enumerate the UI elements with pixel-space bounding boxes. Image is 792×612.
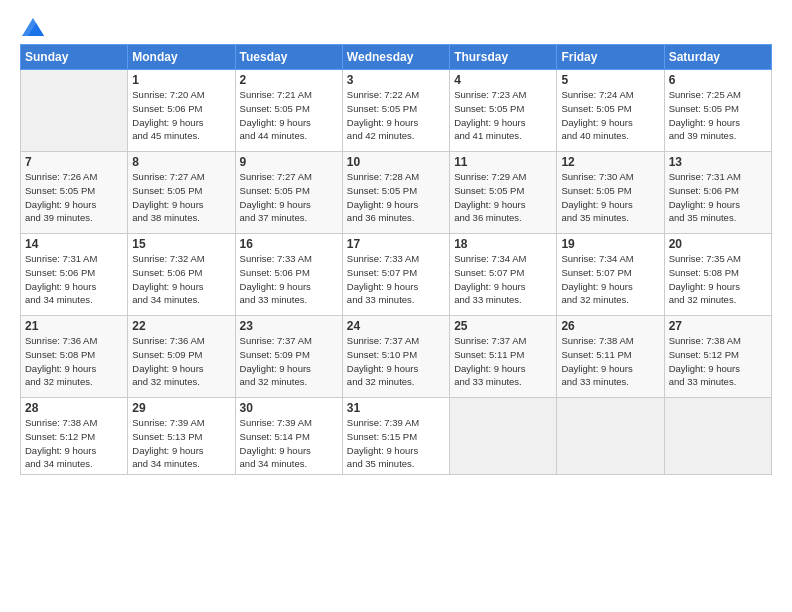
table-row: 21Sunrise: 7:36 AMSunset: 5:08 PMDayligh… xyxy=(21,316,128,398)
day-number: 17 xyxy=(347,237,445,251)
table-row: 8Sunrise: 7:27 AMSunset: 5:05 PMDaylight… xyxy=(128,152,235,234)
day-info: Sunrise: 7:39 AMSunset: 5:14 PMDaylight:… xyxy=(240,416,338,471)
table-row: 28Sunrise: 7:38 AMSunset: 5:12 PMDayligh… xyxy=(21,398,128,475)
day-number: 15 xyxy=(132,237,230,251)
day-number: 26 xyxy=(561,319,659,333)
day-info: Sunrise: 7:32 AMSunset: 5:06 PMDaylight:… xyxy=(132,252,230,307)
day-number: 22 xyxy=(132,319,230,333)
day-info: Sunrise: 7:34 AMSunset: 5:07 PMDaylight:… xyxy=(454,252,552,307)
day-info: Sunrise: 7:27 AMSunset: 5:05 PMDaylight:… xyxy=(132,170,230,225)
table-row: 16Sunrise: 7:33 AMSunset: 5:06 PMDayligh… xyxy=(235,234,342,316)
day-number: 29 xyxy=(132,401,230,415)
col-wednesday: Wednesday xyxy=(342,45,449,70)
day-number: 12 xyxy=(561,155,659,169)
day-info: Sunrise: 7:36 AMSunset: 5:08 PMDaylight:… xyxy=(25,334,123,389)
day-number: 14 xyxy=(25,237,123,251)
table-row: 11Sunrise: 7:29 AMSunset: 5:05 PMDayligh… xyxy=(450,152,557,234)
col-tuesday: Tuesday xyxy=(235,45,342,70)
day-number: 10 xyxy=(347,155,445,169)
table-row: 29Sunrise: 7:39 AMSunset: 5:13 PMDayligh… xyxy=(128,398,235,475)
day-number: 2 xyxy=(240,73,338,87)
day-info: Sunrise: 7:33 AMSunset: 5:06 PMDaylight:… xyxy=(240,252,338,307)
table-row: 4Sunrise: 7:23 AMSunset: 5:05 PMDaylight… xyxy=(450,70,557,152)
day-number: 28 xyxy=(25,401,123,415)
logo-icon xyxy=(22,18,44,36)
day-info: Sunrise: 7:27 AMSunset: 5:05 PMDaylight:… xyxy=(240,170,338,225)
day-info: Sunrise: 7:38 AMSunset: 5:11 PMDaylight:… xyxy=(561,334,659,389)
day-number: 18 xyxy=(454,237,552,251)
day-number: 7 xyxy=(25,155,123,169)
table-row xyxy=(664,398,771,475)
table-row: 19Sunrise: 7:34 AMSunset: 5:07 PMDayligh… xyxy=(557,234,664,316)
day-info: Sunrise: 7:39 AMSunset: 5:13 PMDaylight:… xyxy=(132,416,230,471)
table-row xyxy=(557,398,664,475)
table-row: 25Sunrise: 7:37 AMSunset: 5:11 PMDayligh… xyxy=(450,316,557,398)
day-info: Sunrise: 7:33 AMSunset: 5:07 PMDaylight:… xyxy=(347,252,445,307)
table-row: 17Sunrise: 7:33 AMSunset: 5:07 PMDayligh… xyxy=(342,234,449,316)
table-row: 18Sunrise: 7:34 AMSunset: 5:07 PMDayligh… xyxy=(450,234,557,316)
day-number: 5 xyxy=(561,73,659,87)
day-info: Sunrise: 7:28 AMSunset: 5:05 PMDaylight:… xyxy=(347,170,445,225)
day-info: Sunrise: 7:38 AMSunset: 5:12 PMDaylight:… xyxy=(669,334,767,389)
table-row: 12Sunrise: 7:30 AMSunset: 5:05 PMDayligh… xyxy=(557,152,664,234)
day-info: Sunrise: 7:39 AMSunset: 5:15 PMDaylight:… xyxy=(347,416,445,471)
table-row: 23Sunrise: 7:37 AMSunset: 5:09 PMDayligh… xyxy=(235,316,342,398)
day-number: 20 xyxy=(669,237,767,251)
day-info: Sunrise: 7:35 AMSunset: 5:08 PMDaylight:… xyxy=(669,252,767,307)
day-number: 21 xyxy=(25,319,123,333)
day-number: 23 xyxy=(240,319,338,333)
table-row: 15Sunrise: 7:32 AMSunset: 5:06 PMDayligh… xyxy=(128,234,235,316)
day-info: Sunrise: 7:26 AMSunset: 5:05 PMDaylight:… xyxy=(25,170,123,225)
day-number: 31 xyxy=(347,401,445,415)
table-row: 30Sunrise: 7:39 AMSunset: 5:14 PMDayligh… xyxy=(235,398,342,475)
table-row: 24Sunrise: 7:37 AMSunset: 5:10 PMDayligh… xyxy=(342,316,449,398)
day-info: Sunrise: 7:31 AMSunset: 5:06 PMDaylight:… xyxy=(25,252,123,307)
day-info: Sunrise: 7:23 AMSunset: 5:05 PMDaylight:… xyxy=(454,88,552,143)
table-row: 22Sunrise: 7:36 AMSunset: 5:09 PMDayligh… xyxy=(128,316,235,398)
day-number: 16 xyxy=(240,237,338,251)
day-number: 8 xyxy=(132,155,230,169)
day-info: Sunrise: 7:37 AMSunset: 5:09 PMDaylight:… xyxy=(240,334,338,389)
table-row: 20Sunrise: 7:35 AMSunset: 5:08 PMDayligh… xyxy=(664,234,771,316)
table-row: 5Sunrise: 7:24 AMSunset: 5:05 PMDaylight… xyxy=(557,70,664,152)
day-number: 11 xyxy=(454,155,552,169)
day-info: Sunrise: 7:38 AMSunset: 5:12 PMDaylight:… xyxy=(25,416,123,471)
day-info: Sunrise: 7:34 AMSunset: 5:07 PMDaylight:… xyxy=(561,252,659,307)
table-row: 2Sunrise: 7:21 AMSunset: 5:05 PMDaylight… xyxy=(235,70,342,152)
logo xyxy=(20,18,44,36)
table-row: 7Sunrise: 7:26 AMSunset: 5:05 PMDaylight… xyxy=(21,152,128,234)
table-row: 10Sunrise: 7:28 AMSunset: 5:05 PMDayligh… xyxy=(342,152,449,234)
table-row: 13Sunrise: 7:31 AMSunset: 5:06 PMDayligh… xyxy=(664,152,771,234)
header xyxy=(20,18,772,36)
day-info: Sunrise: 7:25 AMSunset: 5:05 PMDaylight:… xyxy=(669,88,767,143)
calendar-page: Sunday Monday Tuesday Wednesday Thursday… xyxy=(0,0,792,612)
header-row: Sunday Monday Tuesday Wednesday Thursday… xyxy=(21,45,772,70)
table-row: 1Sunrise: 7:20 AMSunset: 5:06 PMDaylight… xyxy=(128,70,235,152)
day-info: Sunrise: 7:29 AMSunset: 5:05 PMDaylight:… xyxy=(454,170,552,225)
col-friday: Friday xyxy=(557,45,664,70)
day-number: 6 xyxy=(669,73,767,87)
col-saturday: Saturday xyxy=(664,45,771,70)
table-row: 26Sunrise: 7:38 AMSunset: 5:11 PMDayligh… xyxy=(557,316,664,398)
calendar-table: Sunday Monday Tuesday Wednesday Thursday… xyxy=(20,44,772,475)
day-info: Sunrise: 7:37 AMSunset: 5:11 PMDaylight:… xyxy=(454,334,552,389)
day-number: 4 xyxy=(454,73,552,87)
table-row xyxy=(21,70,128,152)
day-info: Sunrise: 7:30 AMSunset: 5:05 PMDaylight:… xyxy=(561,170,659,225)
day-number: 3 xyxy=(347,73,445,87)
day-info: Sunrise: 7:24 AMSunset: 5:05 PMDaylight:… xyxy=(561,88,659,143)
day-number: 1 xyxy=(132,73,230,87)
table-row: 9Sunrise: 7:27 AMSunset: 5:05 PMDaylight… xyxy=(235,152,342,234)
day-info: Sunrise: 7:31 AMSunset: 5:06 PMDaylight:… xyxy=(669,170,767,225)
day-number: 13 xyxy=(669,155,767,169)
day-number: 30 xyxy=(240,401,338,415)
day-number: 25 xyxy=(454,319,552,333)
day-info: Sunrise: 7:20 AMSunset: 5:06 PMDaylight:… xyxy=(132,88,230,143)
table-row: 31Sunrise: 7:39 AMSunset: 5:15 PMDayligh… xyxy=(342,398,449,475)
col-sunday: Sunday xyxy=(21,45,128,70)
day-info: Sunrise: 7:37 AMSunset: 5:10 PMDaylight:… xyxy=(347,334,445,389)
col-monday: Monday xyxy=(128,45,235,70)
table-row: 27Sunrise: 7:38 AMSunset: 5:12 PMDayligh… xyxy=(664,316,771,398)
day-number: 24 xyxy=(347,319,445,333)
table-row: 14Sunrise: 7:31 AMSunset: 5:06 PMDayligh… xyxy=(21,234,128,316)
